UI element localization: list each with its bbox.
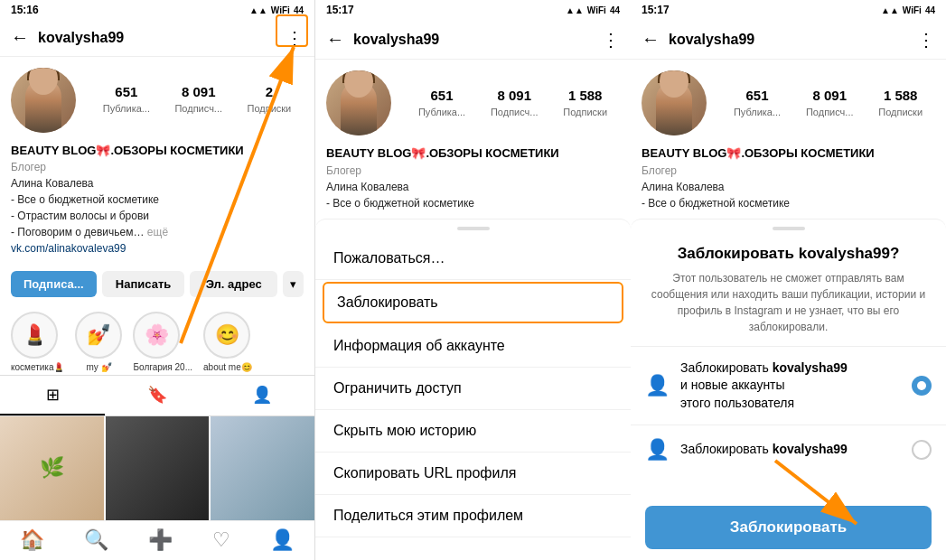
post-thumb-3[interactable] [211, 416, 314, 520]
stat-posts-3: 651 Публика... [734, 88, 781, 119]
highlight-about[interactable]: 😊 about me😊 [203, 312, 252, 368]
battery-icon: 44 [294, 5, 304, 15]
panel-3: 15:17 ▲▲ WiFi 44 ← kovalysha99 ⋮ [631, 0, 946, 560]
nav-search-1[interactable]: 🔍 [84, 528, 108, 552]
battery-icon-3: 44 [925, 5, 935, 15]
top-nav-1: ← kovalysha99 ⋮ [0, 20, 314, 57]
profile-header-3: 651 Публика... 8 091 Подписч... 1 588 По… [631, 60, 946, 219]
nav-username-3: kovalysha99 [669, 32, 917, 48]
profile-info-1: BEAUTY BLOG🎀.ОБЗОРЫ КОСМЕТИКИ Блогер Али… [11, 142, 304, 257]
menu-item-copy-url[interactable]: Скопировать URL профиля [315, 453, 631, 495]
menu-item-restrict[interactable]: Ограничить доступ [315, 368, 631, 410]
block-dialog: Заблокировать kovalysha99? Этот пользова… [631, 219, 946, 561]
stat-following-3: 1 588 Подписки [878, 88, 923, 119]
message-button-1[interactable]: Написать [102, 271, 185, 297]
wifi-icon-3: WiFi [903, 5, 922, 15]
post-thumb-1[interactable]: 🌿 [0, 416, 104, 520]
more-button-3[interactable]: ⋮ [917, 29, 935, 51]
nav-home-1[interactable]: 🏠 [20, 528, 44, 552]
avatar-3 [642, 70, 707, 135]
time-3: 15:17 [642, 4, 670, 16]
tabs-bar-1: ⊞ 🔖 👤 [0, 375, 314, 416]
dialog-handle [773, 227, 805, 230]
post-thumb-2[interactable] [106, 416, 210, 520]
status-icons-3: ▲▲ WiFi 44 [881, 5, 935, 15]
block-option-only-text: Заблокировать kovalysha99 [680, 441, 901, 459]
status-bar-3: 15:17 ▲▲ WiFi 44 [631, 0, 946, 20]
chevron-button-1[interactable]: ▾ [283, 271, 304, 297]
status-bar-1: 15:16 ▲▲ WiFi 44 [0, 0, 314, 20]
highlight-cosmetics[interactable]: 💄 косметика💄 [11, 312, 64, 368]
battery-icon-2: 44 [610, 5, 620, 15]
radio-both[interactable] [912, 376, 932, 396]
nav-username-2: kovalysha99 [353, 32, 602, 48]
profile-header-2: 651 Публика... 8 091 Подписч... 1 588 По… [315, 60, 631, 219]
profile-info-2: BEAUTY BLOG🎀.ОБЗОРЫ КОСМЕТИКИ Блогер Али… [326, 145, 620, 211]
stat-following-2: 1 588 Подписки [563, 88, 607, 119]
post-grid-1: 🌿 [0, 416, 314, 520]
follow-button-1[interactable]: Подписа... [11, 271, 97, 297]
more-button-2[interactable]: ⋮ [602, 29, 620, 51]
block-option-only[interactable]: 👤 Заблокировать kovalysha99 [631, 425, 946, 474]
stat-followers-3: 8 091 Подписч... [806, 88, 854, 119]
status-bar-2: 15:17 ▲▲ WiFi 44 [315, 0, 631, 20]
stats-row-1: 651 Публика... 8 091 Подписч... 2 Подпис… [90, 84, 304, 116]
bio-1: Алина Ковалева - Все о бюджетной космети… [11, 175, 304, 257]
block-option-both[interactable]: 👤 Заблокировать kovalysha99 и новые акка… [631, 346, 946, 425]
menu-item-hide-story[interactable]: Скрыть мою историю [315, 410, 631, 453]
wifi-icon: WiFi [271, 5, 290, 15]
action-buttons-1: Подписа... Написать Эл. адрес ▾ [11, 271, 304, 297]
user-icon-both: 👤 [645, 374, 670, 397]
panel-2: 15:17 ▲▲ WiFi 44 ← kovalysha99 ⋮ [315, 0, 631, 560]
more-button-1[interactable]: ⋮ [286, 27, 304, 49]
stat-following-1: 2 Подписки [248, 84, 292, 116]
time-1: 15:16 [11, 4, 39, 16]
avatar-1 [11, 68, 76, 133]
highlight-bulgaria[interactable]: 🌸 Болгария 20... [133, 312, 192, 368]
user-icon-only: 👤 [645, 438, 670, 462]
dialog-title: Заблокировать kovalysha99? [631, 238, 946, 266]
menu-sheet: Пожаловаться… Заблокировать Информация о… [315, 219, 631, 561]
highlight-my[interactable]: 💅 my 💅 [75, 312, 122, 368]
tab-grid-1[interactable]: ⊞ [0, 376, 105, 415]
profile-header-1: 651 Публика... 8 091 Подписч... 2 Подпис… [0, 57, 314, 265]
menu-item-share-profile[interactable]: Поделиться этим профилем [315, 495, 631, 537]
time-2: 15:17 [326, 4, 354, 16]
panel-1: 15:16 ▲▲ WiFi 44 ← kovalysha99 ⋮ [0, 0, 315, 560]
back-button-3[interactable]: ← [642, 29, 660, 50]
signal-icon: ▲▲ [249, 5, 267, 15]
stat-posts-1: 651 Публика... [103, 84, 150, 116]
tab-mentions-1[interactable]: 👤 [210, 376, 314, 415]
bottom-nav-1: 🏠 🔍 ➕ ♡ 👤 [0, 520, 314, 560]
nav-add-1[interactable]: ➕ [148, 528, 173, 552]
email-button-1[interactable]: Эл. адрес [190, 271, 277, 297]
bio-2: Алина Ковалева - Все о бюджетной космети… [326, 179, 620, 211]
highlights-1: 💄 косметика💄 💅 my 💅 🌸 Болгария 20... 😊 a… [0, 304, 314, 375]
back-button-2[interactable]: ← [326, 29, 344, 50]
top-nav-2: ← kovalysha99 ⋮ [315, 20, 631, 60]
nav-heart-1[interactable]: ♡ [212, 528, 230, 552]
back-button-1[interactable]: ← [11, 27, 29, 48]
bio-3: Алина Ковалева - Все о бюджетной космети… [642, 179, 935, 211]
stat-followers-1: 8 091 Подписч... [174, 84, 222, 116]
avatar-2 [326, 70, 391, 135]
status-icons-2: ▲▲ WiFi 44 [566, 5, 620, 15]
menu-handle [457, 227, 490, 230]
top-nav-3: ← kovalysha99 ⋮ [631, 20, 946, 60]
nav-username-1: kovalysha99 [38, 30, 286, 46]
stats-row-3: 651 Публика... 8 091 Подписч... 1 588 По… [721, 88, 935, 119]
stats-row-2: 651 Публика... 8 091 Подписч... 1 588 По… [406, 88, 620, 119]
profile-info-3: BEAUTY BLOG🎀.ОБЗОРЫ КОСМЕТИКИ Блогер Али… [642, 145, 935, 211]
tab-tagged-1[interactable]: 🔖 [105, 376, 210, 415]
menu-item-report[interactable]: Пожаловаться… [315, 238, 631, 280]
signal-icon-3: ▲▲ [881, 5, 899, 15]
radio-only[interactable] [912, 440, 932, 460]
status-icons-1: ▲▲ WiFi 44 [249, 5, 304, 15]
signal-icon-2: ▲▲ [566, 5, 584, 15]
wifi-icon-2: WiFi [587, 5, 606, 15]
nav-profile-1[interactable]: 👤 [270, 528, 295, 552]
menu-item-block[interactable]: Заблокировать [323, 282, 623, 323]
stat-followers-2: 8 091 Подписч... [491, 88, 539, 119]
menu-item-account-info[interactable]: Информация об аккаунте [315, 325, 631, 368]
block-confirm-button[interactable]: Заблокировать [645, 506, 932, 549]
